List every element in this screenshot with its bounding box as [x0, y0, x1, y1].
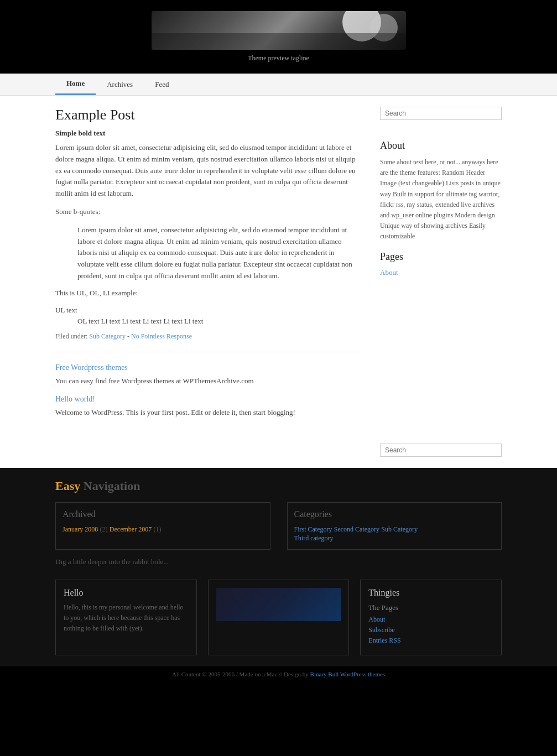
main-content: Example Post Simple bold text Lorem ipsu…	[55, 107, 380, 427]
search-input-top[interactable]	[380, 107, 502, 120]
small-post-title-2[interactable]: Hello world!	[55, 395, 358, 404]
category-link-2[interactable]: No Pointless Response	[131, 332, 192, 340]
footer-archived-col: Archived January 2008 (2) December 2007 …	[55, 502, 270, 550]
post-divider	[55, 352, 358, 352]
site-header: Theme preview tagline	[0, 0, 557, 74]
post-list-items: OL text Li text Li text Li text Li text …	[77, 317, 358, 326]
filed-under: Filed under: Sub Category - No Pointless…	[55, 332, 358, 341]
header-image	[152, 11, 406, 50]
bottom-search-area	[0, 438, 557, 468]
post-blockquote: Lorem ipsum dolor sit amet, consectetur …	[77, 225, 358, 282]
sidebar: About Some about text here, or not... an…	[380, 107, 502, 427]
thingies-about-link[interactable]: About	[368, 616, 493, 624]
categories-title: Categories	[294, 509, 495, 519]
post-title: Example Post	[55, 107, 358, 123]
cat-link-2[interactable]: Second Category	[334, 525, 379, 533]
pages-section: Pages About	[380, 251, 502, 277]
hello-title: Hello	[64, 588, 189, 598]
archive-count-jan: (2)	[100, 525, 108, 533]
copyright-text: All Content © 2005-2006 / Made on a Mac …	[172, 671, 309, 677]
small-post-body-1: You can easy find free Wordpress themes …	[55, 376, 358, 387]
nav-feed[interactable]: Feed	[144, 75, 180, 95]
very-bottom: All Content © 2005-2006 / Made on a Mac …	[0, 666, 557, 682]
footer-columns: Archived January 2008 (2) December 2007 …	[55, 502, 502, 550]
pages-about-link[interactable]: About	[380, 268, 398, 277]
footer-dark: Easy Navigation Archived January 2008 (2…	[0, 468, 557, 580]
thingies-entries-rss-link[interactable]: Entries RSS	[368, 637, 493, 645]
about-section: About Some about text here, or not... an…	[380, 140, 502, 242]
small-post-title-1[interactable]: Free Wordpress themes	[55, 363, 358, 372]
hello-box: Hello Hello, this is my personal welcome…	[55, 580, 197, 655]
copyright-link[interactable]: Binary Bull WordPress themes	[310, 671, 386, 677]
small-post-body-2: Welcome to WordPress. This is your first…	[55, 407, 358, 418]
tagline: Theme preview tagline	[0, 54, 557, 68]
post-body-1: Lorem ipsum dolor sit amet, consectetur …	[55, 142, 358, 200]
dig-deeper: Dig a little deeper into the rabbit hole…	[55, 557, 502, 566]
cat-link-3[interactable]: Sub Category	[381, 525, 418, 533]
thingies-box: Thingies The Pages About Subscribe Entri…	[360, 580, 502, 655]
image-box	[208, 580, 350, 655]
search-input-bottom[interactable]	[380, 444, 502, 457]
nav-word: Navigation	[84, 479, 140, 493]
nav-home[interactable]: Home	[55, 74, 96, 95]
category-link-1[interactable]: Sub Category	[89, 332, 126, 340]
post-subtitle: Simple bold text	[55, 129, 358, 138]
easy-word: Easy	[55, 479, 80, 493]
post-ul-label: UL text	[55, 306, 358, 315]
post-bquotes-label: Some b-quotes:	[55, 206, 358, 218]
post-ul-ol-label: This is UL, OL, LI example:	[55, 288, 358, 299]
archive-link-jan[interactable]: January 2008	[63, 525, 98, 533]
footer-bottom-row: Hello Hello, this is my personal welcome…	[0, 580, 557, 666]
main-wrapper: Example Post Simple bold text Lorem ipsu…	[0, 96, 557, 468]
nav-archives[interactable]: Archives	[96, 75, 144, 95]
about-title: About	[380, 140, 502, 152]
footer-image	[216, 588, 341, 621]
thingies-subscribe-link[interactable]: Subscribe	[368, 626, 493, 634]
footer-categories-col: Categories First Category Second Categor…	[287, 502, 502, 550]
cat-link-1[interactable]: First Category	[294, 525, 332, 533]
about-text: Some about text here, or not... anyways …	[380, 157, 502, 242]
nav-bar: Home Archives Feed	[0, 74, 557, 96]
thingies-title: Thingies	[368, 588, 493, 598]
content-area: Example Post Simple bold text Lorem ipsu…	[0, 96, 557, 438]
hello-text: Hello, this is my personal welcome and h…	[64, 602, 189, 634]
archive-link-dec[interactable]: December 2007	[110, 525, 152, 533]
archived-title: Archived	[63, 509, 263, 519]
archive-count-dec: (1)	[153, 525, 161, 533]
cat-link-4[interactable]: Third category	[294, 534, 334, 542]
easy-nav-title: Easy Navigation	[55, 479, 502, 493]
the-pages-label: The Pages	[368, 603, 493, 612]
pages-title: Pages	[380, 251, 502, 263]
